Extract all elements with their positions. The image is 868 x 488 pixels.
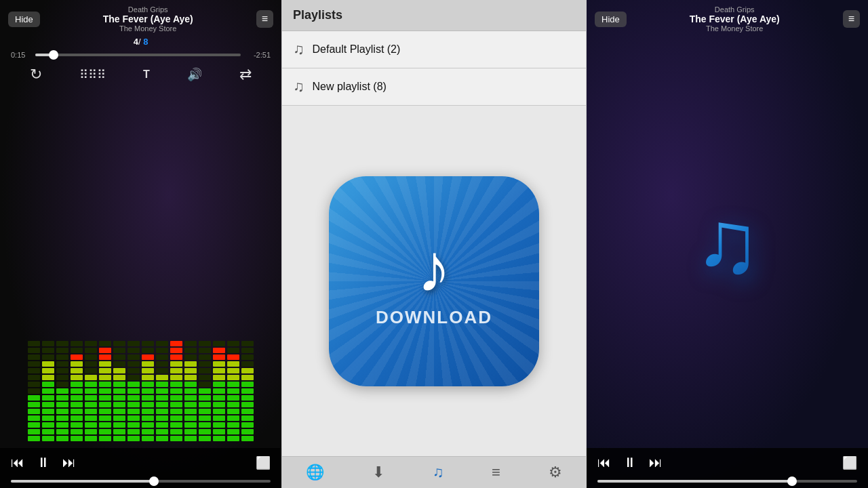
right-transport-group: ⏮ ⏸ ⏭ — [597, 455, 663, 470]
download-area: ♪ DOWNLOAD — [282, 106, 586, 456]
left-player-panel: Hide Death Grips The Fever (Aye Aye) The… — [0, 0, 281, 488]
left-track-info: 4/ 8 — [0, 35, 281, 48]
right-music-note-icon: ♫ — [694, 191, 761, 293]
left-visualizer — [0, 87, 281, 448]
vis-bar-4 — [85, 341, 97, 441]
right-player-panel: Hide Death Grips The Fever (Aye Aye) The… — [587, 0, 868, 488]
right-volume-track[interactable] — [597, 480, 857, 483]
lyrics-button[interactable]: T — [143, 68, 150, 81]
vis-bar-9 — [156, 341, 168, 441]
playlist-name-default: Default Playlist (2) — [313, 43, 401, 56]
center-panel: Playlists ♫ Default Playlist (2) ♫ New p… — [281, 0, 587, 488]
right-hide-button[interactable]: Hide — [595, 12, 627, 27]
shuffle-button[interactable]: ⇄ — [239, 66, 252, 83]
left-album-name: The Money Store — [40, 24, 256, 33]
playlist-icon-default: ♫ — [293, 41, 304, 58]
right-top-bar: Hide Death Grips The Fever (Aye Aye) The… — [587, 0, 868, 35]
vis-bar-1 — [42, 341, 54, 441]
left-volume-area — [0, 477, 281, 488]
tab-download[interactable]: ⬇ — [367, 461, 390, 484]
right-prev-button[interactable]: ⏮ — [597, 455, 611, 470]
playlist-icon-new: ♫ — [293, 78, 304, 96]
playlist-name-new: New playlist (8) — [313, 81, 387, 93]
vis-bar-14 — [227, 341, 239, 441]
download-label: DOWNLOAD — [376, 307, 492, 328]
left-title-area: Death Grips The Fever (Aye Aye) The Mone… — [40, 5, 256, 33]
left-volume-track[interactable] — [11, 480, 271, 483]
vis-bar-10 — [170, 341, 182, 441]
vis-bar-8 — [142, 341, 154, 441]
playlist-item-new[interactable]: ♫ New playlist (8) — [282, 68, 586, 106]
right-volume-area — [587, 477, 868, 488]
left-progress-thumb — [49, 50, 58, 60]
left-play-button[interactable]: ⏸ — [37, 455, 50, 470]
download-button[interactable]: ♪ DOWNLOAD — [329, 176, 539, 386]
left-song-title: The Fever (Aye Aye) — [40, 14, 256, 24]
left-top-bar: Hide Death Grips The Fever (Aye Aye) The… — [0, 0, 281, 35]
right-menu-button[interactable]: ≡ — [843, 10, 860, 28]
left-time-remaining: -2:51 — [246, 51, 271, 59]
track-total: 8 — [143, 37, 148, 47]
left-hide-button[interactable]: Hide — [8, 12, 40, 27]
right-volume-thumb — [787, 476, 797, 486]
vis-bar-5 — [99, 341, 111, 441]
vis-bar-7 — [127, 341, 140, 441]
download-music-icon: ♪ — [417, 234, 451, 302]
left-prev-button[interactable]: ⏮ — [11, 455, 24, 470]
left-artist-name: Death Grips — [40, 5, 256, 14]
center-bottom-tabs: 🌐 ⬇ ♫ ≡ ⚙ — [282, 456, 586, 488]
tab-playlists[interactable]: ♫ — [427, 461, 450, 484]
left-controls-row: ↻ ⠿⠿⠿ T 🔊 ⇄ — [0, 62, 281, 87]
right-next-button[interactable]: ⏭ — [649, 455, 663, 470]
playlist-item-default[interactable]: ♫ Default Playlist (2) — [282, 31, 586, 68]
vis-bar-2 — [56, 341, 68, 441]
right-play-button[interactable]: ⏸ — [623, 455, 637, 470]
left-cast-button[interactable]: ⬜ — [256, 455, 271, 470]
vis-bar-3 — [71, 341, 83, 441]
right-album-name: The Money Store — [627, 24, 843, 33]
right-song-title: The Fever (Aye Aye) — [627, 14, 843, 24]
left-transport-group: ⏮ ⏸ ⏭ — [11, 455, 76, 470]
track-separator: / — [138, 37, 141, 47]
left-volume-thumb — [149, 476, 159, 486]
vis-bar-12 — [199, 341, 211, 441]
right-album-art-area: ♫ — [587, 35, 868, 448]
vis-bar-6 — [113, 341, 125, 441]
equalizer-button[interactable]: ⠿⠿⠿ — [79, 67, 106, 82]
vis-bar-15 — [241, 341, 254, 441]
vis-bar-0 — [28, 341, 40, 441]
vis-bar-13 — [213, 341, 225, 441]
vis-bar-11 — [184, 341, 197, 441]
volume-button[interactable]: 🔊 — [187, 67, 202, 82]
left-time-elapsed: 0:15 — [11, 51, 30, 59]
left-volume-fill — [11, 480, 154, 483]
left-progress-area: 0:15 -2:51 — [0, 48, 281, 62]
repeat-button[interactable]: ↻ — [30, 66, 42, 83]
left-progress-track[interactable] — [35, 54, 241, 56]
right-volume-fill — [597, 480, 792, 483]
left-next-button[interactable]: ⏭ — [62, 455, 76, 470]
left-bottom-controls: ⏮ ⏸ ⏭ ⬜ — [0, 448, 281, 477]
tab-settings[interactable]: ⚙ — [543, 461, 568, 484]
right-cast-button[interactable]: ⬜ — [842, 455, 857, 470]
right-title-area: Death Grips The Fever (Aye Aye) The Mone… — [627, 5, 843, 33]
left-menu-button[interactable]: ≡ — [256, 10, 273, 28]
track-current: 4 — [134, 37, 138, 47]
playlists-header: Playlists — [282, 0, 586, 31]
right-artist-name: Death Grips — [627, 5, 843, 14]
right-bottom-controls: ⏮ ⏸ ⏭ ⬜ — [587, 448, 868, 477]
tab-web[interactable]: 🌐 — [300, 461, 330, 484]
tab-queue[interactable]: ≡ — [486, 461, 506, 484]
